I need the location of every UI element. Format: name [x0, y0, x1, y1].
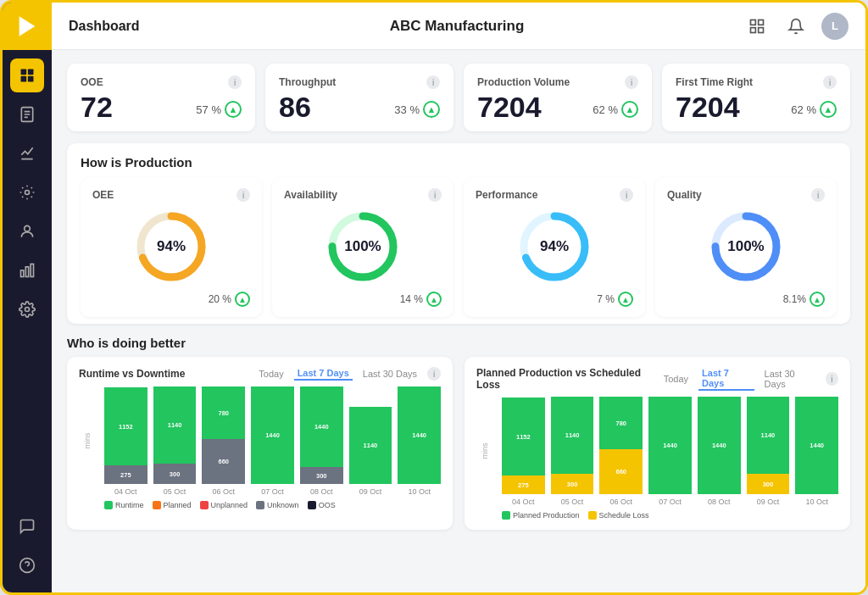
bar-group: 300 1140 05 Oct — [551, 397, 594, 506]
donut-quality: 100% — [708, 209, 784, 285]
prod-trend-arrow-availability: ▲ — [426, 292, 442, 307]
chart-tab[interactable]: Today — [660, 373, 692, 385]
kpi-label-production-volume: Production Volume — [477, 76, 570, 88]
chart-tab[interactable]: Last 7 Days — [698, 367, 754, 391]
content-area: OOE i 72 57 % ▲ Throughput i 86 33 % ▲ P… — [52, 50, 865, 592]
kpi-value-first-time-right: 7204 — [676, 92, 740, 121]
bar-group: 275 1152 04 Oct — [104, 386, 147, 496]
legend-dot — [502, 511, 510, 520]
legend-item: Unknown — [256, 501, 299, 509]
prod-info-performance[interactable]: i — [620, 188, 633, 202]
kpi-card-first-time-right: First Time Right i 7204 62 % ▲ — [662, 64, 850, 131]
chart-header-2: Planned Production vs Scheduled Loss Tod… — [476, 367, 838, 391]
svg-marker-0 — [19, 16, 36, 36]
chart-info-1[interactable]: i — [427, 367, 441, 381]
legend-label: Schedule Loss — [599, 511, 649, 520]
bar-seg-loss: 275 — [502, 475, 545, 494]
who-title: Who is doing better — [67, 336, 850, 350]
legend-label: Unplanned — [211, 501, 248, 509]
legend-item: Runtime — [104, 501, 144, 509]
legend-row-2: Planned Production Schedule Loss — [476, 511, 838, 520]
chart-area-2: mins 275 1152 04 Oct 300 1140 05 Oct 660… — [476, 396, 838, 506]
sidebar-item-help[interactable] — [10, 548, 44, 582]
chart-card-runtime: Runtime vs Downtime TodayLast 7 DaysLast… — [67, 357, 453, 530]
sidebar-bottom — [10, 509, 44, 592]
bar-stack: 300 1440 — [300, 386, 343, 484]
bar-group: 1440 10 Oct — [795, 397, 838, 506]
bar-stack: 1140 — [349, 386, 392, 484]
chart-title-2: Planned Production vs Scheduled Loss — [476, 367, 660, 391]
bar-date: 05 Oct — [561, 498, 584, 506]
sidebar-item-settings[interactable] — [10, 292, 44, 326]
kpi-info-production-volume[interactable]: i — [625, 75, 638, 89]
chart-card-planned: Planned Production vs Scheduled Loss Tod… — [465, 357, 850, 530]
bar-seg-planned: 1440 — [648, 397, 692, 494]
sidebar-item-reports[interactable] — [10, 97, 44, 131]
production-grid: OEE i 94% 20 % ▲ Availability i — [81, 178, 837, 317]
sidebar-logo[interactable] — [3, 3, 52, 50]
prod-trend-arrow-performance: ▲ — [618, 292, 633, 307]
prod-label-availability: Availability — [284, 189, 337, 201]
bar-date: 07 Oct — [261, 487, 284, 496]
sidebar-item-tools[interactable] — [10, 175, 44, 209]
topbar-avatar[interactable]: L — [821, 13, 849, 40]
bar-seg-planned: 1140 — [747, 397, 790, 474]
legend-dot — [200, 501, 209, 509]
kpi-trend-ooe: 57 % ▲ — [196, 101, 242, 121]
prod-trend-pct-quality: 8.1% — [783, 293, 806, 305]
donut-wrap-performance: 94% 7 % ▲ — [476, 209, 633, 307]
bar-seg-planned: 780 — [599, 397, 643, 449]
kpi-info-first-time-right[interactable]: i — [823, 75, 837, 89]
production-title: How is Production — [81, 155, 837, 170]
chart-tab[interactable]: Last 30 Days — [359, 368, 420, 380]
kpi-info-throughput[interactable]: i — [426, 75, 440, 89]
topbar-grid-icon[interactable] — [743, 13, 771, 40]
prod-info-oee[interactable]: i — [236, 188, 250, 202]
bar-seg-planned: 1440 — [795, 397, 838, 494]
prod-info-quality[interactable]: i — [811, 188, 825, 202]
main-content: Dashboard ABC Manufacturing L OOE i 72 — [52, 3, 865, 592]
kpi-label-ooe: OOE — [81, 76, 103, 88]
legend-dot — [256, 501, 264, 509]
legend-dot — [588, 511, 597, 520]
who-section-wrap: Who is doing better Runtime vs Downtime … — [67, 336, 850, 530]
donut-wrap-quality: 100% 8.1% ▲ — [667, 209, 825, 307]
kpi-trend-pct-ooe: 57 % — [196, 103, 221, 116]
bar-date: 10 Oct — [805, 498, 828, 506]
kpi-value-production-volume: 7204 — [477, 92, 542, 121]
bar-group: 1440 07 Oct — [648, 397, 692, 506]
bar-seg-loss: 300 — [551, 474, 594, 494]
sidebar-item-charts[interactable] — [10, 136, 44, 170]
legend-item: Schedule Loss — [588, 511, 649, 520]
bar-stack: 1440 — [698, 397, 741, 494]
svg-point-11 — [25, 225, 31, 231]
chart-tab[interactable]: Last 30 Days — [761, 368, 819, 390]
svg-rect-2 — [28, 70, 34, 75]
kpi-info-ooe[interactable]: i — [228, 75, 242, 89]
donut-availability: 100% — [325, 209, 401, 285]
bar-group: 300 1140 05 Oct — [153, 386, 197, 496]
prod-trend-arrow-oee: ▲ — [235, 292, 250, 307]
production-section: How is Production OEE i 94% 20 % ▲ Avail… — [67, 143, 850, 324]
chart-title-1: Runtime vs Downtime — [79, 368, 185, 380]
legend-item: Unplanned — [200, 501, 248, 509]
chart-tab[interactable]: Today — [255, 368, 287, 380]
sidebar-item-dashboard[interactable] — [10, 58, 44, 92]
kpi-trend-throughput: 33 % ▲ — [394, 101, 440, 121]
chart-info-2[interactable]: i — [826, 372, 838, 386]
svg-rect-20 — [751, 27, 756, 32]
sidebar-item-analytics[interactable] — [10, 253, 44, 287]
sidebar-item-user[interactable] — [10, 214, 44, 248]
svg-point-10 — [25, 191, 30, 195]
topbar-right: L — [743, 13, 849, 40]
kpi-card-ooe: OOE i 72 57 % ▲ — [67, 64, 255, 131]
prod-trend-pct-availability: 14 % — [400, 293, 423, 305]
bar-date: 05 Oct — [164, 487, 186, 496]
prod-info-availability[interactable]: i — [428, 188, 442, 202]
topbar-notification-icon[interactable] — [782, 13, 810, 40]
kpi-trend-arrow-production-volume: ▲ — [621, 101, 638, 118]
chart-tab[interactable]: Last 7 Days — [294, 367, 353, 381]
prod-card-quality: Quality i 100% 8.1% ▲ — [655, 178, 837, 317]
sidebar-item-chat[interactable] — [10, 509, 44, 543]
bar-group: 660 780 06 Oct — [599, 397, 643, 506]
